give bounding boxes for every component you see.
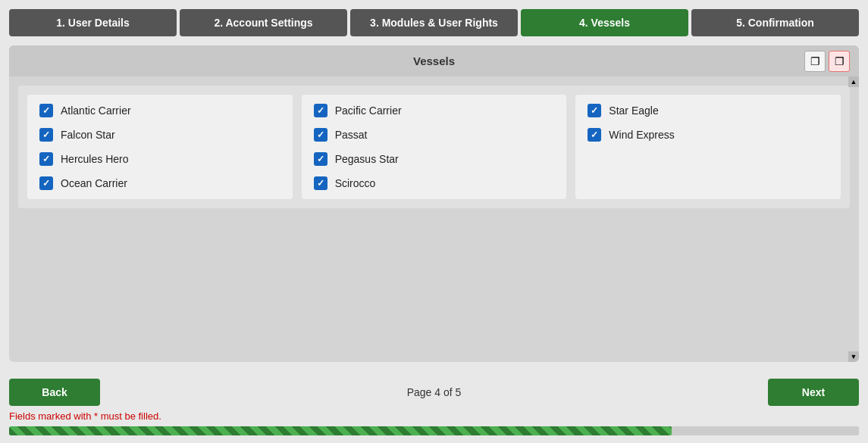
scroll-down-arrow[interactable]: ▼ — [848, 351, 859, 362]
main-content: Vessels ❐ ❐ ▲ ▼ Atlantic CarrierFalcon S… — [0, 36, 868, 371]
vessel-label-atlantic-carrier: Atlantic Carrier — [61, 105, 131, 117]
vessel-item-pegasus-star[interactable]: Pegasus Star — [314, 152, 555, 166]
vessel-label-scirocco: Scirocco — [335, 177, 376, 189]
vessel-label-ocean-carrier: Ocean Carrier — [61, 177, 127, 189]
vessel-label-wind-express: Wind Express — [609, 129, 674, 141]
panel-scroll-area[interactable]: Atlantic CarrierFalcon StarHercules Hero… — [9, 76, 859, 217]
footer: Back Page 4 of 5 Next Fields marked with… — [0, 371, 868, 443]
required-note: Fields marked with * must be filled. — [9, 410, 859, 422]
vessel-label-pacific-carrier: Pacific Carrier — [335, 105, 402, 117]
vessel-column-col3: Star EagleWind Express — [575, 95, 841, 199]
vessel-checkbox-ocean-carrier[interactable] — [39, 176, 53, 190]
vessel-item-star-eagle[interactable]: Star Eagle — [588, 104, 829, 117]
vessel-checkbox-scirocco[interactable] — [314, 176, 327, 190]
progress-bar-fill — [9, 426, 672, 435]
vessel-item-pacific-carrier[interactable]: Pacific Carrier — [314, 104, 555, 117]
wizard-step-vessels[interactable]: 4. Vessels — [521, 9, 688, 36]
vessel-column-col2: Pacific CarrierPassatPegasus StarScirocc… — [302, 95, 567, 199]
vessel-label-passat: Passat — [335, 129, 368, 141]
copy-all-button[interactable]: ❐ — [804, 51, 826, 72]
scroll-up-arrow[interactable]: ▲ — [848, 76, 859, 87]
vessel-label-pegasus-star: Pegasus Star — [335, 153, 399, 165]
vessel-column-col1: Atlantic CarrierFalcon StarHercules Hero… — [27, 95, 293, 199]
next-button[interactable]: Next — [768, 379, 859, 406]
back-button[interactable]: Back — [9, 379, 100, 406]
vessel-checkbox-wind-express[interactable] — [588, 128, 601, 142]
panel-header: Vessels ❐ ❐ — [9, 45, 859, 76]
vessel-checkbox-falcon-star[interactable] — [39, 128, 53, 142]
vessel-checkbox-star-eagle[interactable] — [588, 104, 601, 117]
vessel-label-hercules-hero: Hercules Hero — [61, 153, 128, 165]
footer-nav: Back Page 4 of 5 Next — [9, 379, 859, 406]
vessel-item-passat[interactable]: Passat — [314, 128, 555, 142]
progress-bar-container — [9, 426, 859, 435]
vessels-grid: Atlantic CarrierFalcon StarHercules Hero… — [18, 86, 850, 208]
vessel-checkbox-hercules-hero[interactable] — [39, 152, 53, 166]
wizard-step-user-details[interactable]: 1. User Details — [9, 9, 177, 36]
vessel-item-falcon-star[interactable]: Falcon Star — [39, 128, 280, 142]
vessel-checkbox-pegasus-star[interactable] — [314, 152, 327, 166]
vessel-checkbox-pacific-carrier[interactable] — [314, 104, 327, 117]
panel-icons: ❐ ❐ — [804, 51, 850, 72]
vessel-checkbox-passat[interactable] — [314, 128, 327, 142]
vessel-item-ocean-carrier[interactable]: Ocean Carrier — [39, 176, 280, 190]
panel-title: Vessels — [413, 55, 455, 67]
vessel-item-atlantic-carrier[interactable]: Atlantic Carrier — [39, 104, 280, 117]
wizard-step-confirmation[interactable]: 5. Confirmation — [691, 9, 859, 36]
vessel-item-wind-express[interactable]: Wind Express — [588, 128, 829, 142]
wizard-step-modules-user-rights[interactable]: 3. Modules & User Rights — [350, 9, 518, 36]
page-indicator: Page 4 of 5 — [407, 386, 462, 398]
vessel-item-hercules-hero[interactable]: Hercules Hero — [39, 152, 280, 166]
vessel-checkbox-atlantic-carrier[interactable] — [39, 104, 53, 117]
wizard-steps: 1. User Details2. Account Settings3. Mod… — [0, 0, 868, 36]
vessels-panel: Vessels ❐ ❐ ▲ ▼ Atlantic CarrierFalcon S… — [9, 45, 859, 362]
vessel-label-star-eagle: Star Eagle — [609, 105, 658, 117]
vessel-item-scirocco[interactable]: Scirocco — [314, 176, 555, 190]
vessel-label-falcon-star: Falcon Star — [61, 129, 115, 141]
wizard-step-account-settings[interactable]: 2. Account Settings — [180, 9, 347, 36]
deselect-all-button[interactable]: ❐ — [829, 51, 850, 72]
